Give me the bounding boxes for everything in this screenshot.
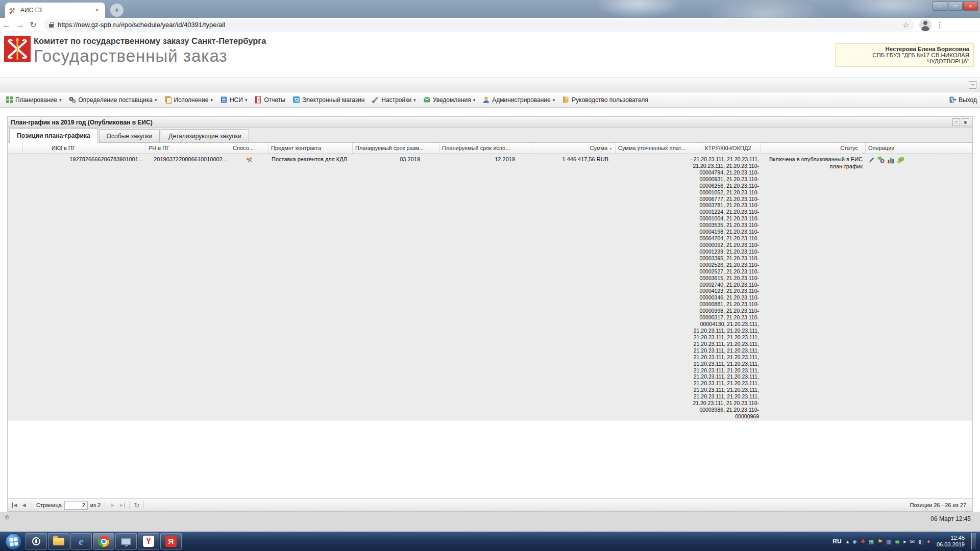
notifications-icon [423, 96, 431, 104]
cell-placement-date: 03.2019 [353, 154, 439, 420]
tab-special-purchases[interactable]: Особые закупки [99, 129, 160, 142]
column-header-execution-date[interactable]: Планируемый срок испо... [439, 143, 531, 154]
taskbar-app[interactable] [115, 533, 137, 549]
menu-item-user-manual[interactable]: Руководство пользователя [558, 96, 651, 104]
bar-chart-icon[interactable] [887, 156, 895, 164]
panel-collapse-button[interactable]: ▣ [962, 118, 969, 126]
clock-date: 06.03.2019 [937, 541, 965, 548]
ktru-line: 00003535, 21.20.23.110- [678, 222, 759, 229]
tray-icon[interactable]: ◧ [918, 538, 923, 545]
tab-detailing-purchases[interactable]: Детализирующие закупки [161, 129, 249, 142]
column-header-status[interactable]: Статус [761, 143, 866, 154]
url-bar[interactable]: https://new.gz-spb.ru/#po/schedule/year/… [44, 19, 914, 31]
prev-page-button[interactable]: ◀ [20, 503, 28, 508]
ktru-line: 21.20.23.111, 21.20.23.111, [678, 373, 759, 380]
app-title: Государственный заказ [34, 46, 228, 66]
band-collapse-button[interactable]: ▭ [969, 81, 976, 89]
gear-comment-icon[interactable] [877, 156, 885, 164]
edit-pencil-icon[interactable] [868, 156, 875, 164]
taskbar-explorer-app[interactable] [48, 533, 69, 549]
tab-close-icon[interactable]: × [93, 7, 101, 14]
window-minimize-button[interactable]: – [933, 2, 947, 11]
taskbar-ie-app[interactable]: e [70, 533, 92, 549]
panel-tool-button[interactable]: ▭ [952, 118, 960, 126]
column-header-method[interactable]: Спосо... [230, 143, 268, 154]
tray-icon[interactable]: ⚑ [877, 538, 883, 545]
tab-plan-positions[interactable]: Позиции плана-графика [9, 128, 98, 143]
menu-item-execution[interactable]: Исполнение ▾ [161, 96, 216, 104]
header-band: ▭ [0, 77, 980, 92]
language-indicator[interactable]: RU [832, 538, 841, 545]
tray-icon[interactable]: ◉ [895, 538, 900, 545]
column-header-subject[interactable]: Предмет контракта [268, 143, 353, 154]
grid-body: 1927826666206783901001... 20190372200066… [8, 154, 972, 498]
menu-item-label: Администрирование [492, 96, 550, 104]
taskbar-yandex-browser-app[interactable]: Y [138, 533, 159, 549]
page-number-input[interactable] [64, 501, 88, 510]
tray-icon[interactable]: ▴ [846, 538, 849, 545]
menu-item-e-shop[interactable]: Электронный магазин [289, 96, 368, 104]
ktru-line: 00001052, 21.20.23.110- [678, 189, 759, 196]
price-tags-icon[interactable] [897, 156, 904, 164]
page-of-label: из 2 [90, 502, 101, 508]
exit-icon [949, 96, 957, 104]
column-header-placement-date[interactable]: Планируемый срок разм... [353, 143, 439, 154]
window-maximize-button[interactable]: □ [948, 2, 963, 11]
back-icon[interactable]: ← [0, 20, 13, 30]
tray-icon[interactable]: ▸ [903, 538, 906, 545]
first-page-button[interactable]: ◀ [12, 503, 18, 508]
column-header-rn[interactable]: РН в ПГ [146, 143, 230, 154]
menu-item-notifications[interactable]: Уведомления ▾ [420, 96, 479, 104]
menu-item-planning[interactable]: Планирование ▾ [2, 96, 65, 104]
table-row[interactable]: 1927826666206783901001... 20190372200066… [8, 154, 972, 420]
ktru-line: 21.20.23.111, 21.20.23.111, [678, 387, 759, 393]
taskbar-chrome-app[interactable] [93, 533, 114, 549]
cell-row-selector [8, 154, 23, 420]
lock-icon [49, 24, 54, 28]
start-button[interactable] [5, 533, 22, 550]
url-text[interactable]: https://new.gz-spb.ru/#po/schedule/year/… [58, 21, 898, 29]
menu-item-nsi[interactable]: НСИ ▾ [216, 96, 251, 104]
taskbar-clock[interactable]: 12:45 06.03.2019 [937, 535, 965, 548]
last-page-button[interactable]: ▶ [119, 503, 125, 508]
menu-item-supplier-determination[interactable]: Определение поставщика ▾ [65, 96, 160, 104]
menu-item-administration[interactable]: Администрирование ▾ [479, 96, 558, 104]
bookmark-star-icon[interactable]: ☆ [902, 21, 909, 29]
forward-icon[interactable]: → [13, 20, 27, 30]
refresh-icon[interactable]: ↻ [134, 502, 139, 509]
reload-icon[interactable]: ↻ [27, 20, 40, 30]
column-header-operations[interactable]: Операции [866, 143, 972, 154]
menu-item-reports[interactable]: Отчеты [251, 96, 288, 104]
new-tab-button[interactable]: + [110, 4, 124, 17]
browser-tab[interactable]: ⚒ АИС ГЗ × [5, 3, 105, 18]
next-page-button[interactable]: ▶ [109, 503, 116, 508]
gavel-favicon-icon: ⚒ [9, 7, 17, 14]
menu-item-settings[interactable]: Настройки ▾ [368, 96, 419, 104]
ktru-line: 21.20.23.111, 21.20.23.111, [678, 354, 759, 361]
tray-icon[interactable]: ♦ [927, 538, 930, 545]
ktru-line: 00000398, 21.20.23.110- [678, 308, 759, 314]
taskbar-yandex-app[interactable]: Я [160, 533, 182, 549]
sum-filter-icon[interactable]: ▼ [609, 147, 612, 151]
chevron-down-icon: ▾ [59, 97, 62, 103]
chevron-down-icon: ▾ [413, 97, 416, 103]
browser-menu-icon[interactable]: ⋮ [936, 20, 943, 30]
report-icon [254, 96, 262, 104]
taskbar-microphone-app[interactable] [26, 533, 47, 549]
ktru-line: 00003615, 21.20.23.110- [678, 275, 759, 282]
column-header-filter[interactable]: × [8, 143, 23, 154]
window-close-button[interactable]: × [963, 2, 978, 11]
show-desktop-button[interactable] [971, 533, 976, 549]
column-header-ikz[interactable]: ИКЗ в ПГ [23, 143, 146, 154]
column-header-ktru[interactable]: КТРУ/ККН/ОКПД2 [702, 143, 761, 154]
column-header-sum[interactable]: Сумма▼ [531, 143, 616, 154]
tray-icon[interactable]: ▥ [886, 538, 891, 545]
column-header-sum-updated[interactable]: Сумма уточненных плат... [616, 143, 702, 154]
tray-icon[interactable]: ▦ [869, 538, 874, 545]
tray-icon[interactable]: ✉ [910, 538, 915, 545]
logout-button[interactable]: Выход [949, 92, 977, 107]
profile-avatar[interactable] [919, 19, 932, 31]
paging-toolbar: ◀ ◀ Страница из 2 ▶ ▶ ↻ Позиции 26 - 26 … [8, 498, 972, 511]
tray-icon[interactable]: ✚ [861, 538, 865, 545]
tray-icon[interactable]: ◆ [852, 538, 856, 545]
